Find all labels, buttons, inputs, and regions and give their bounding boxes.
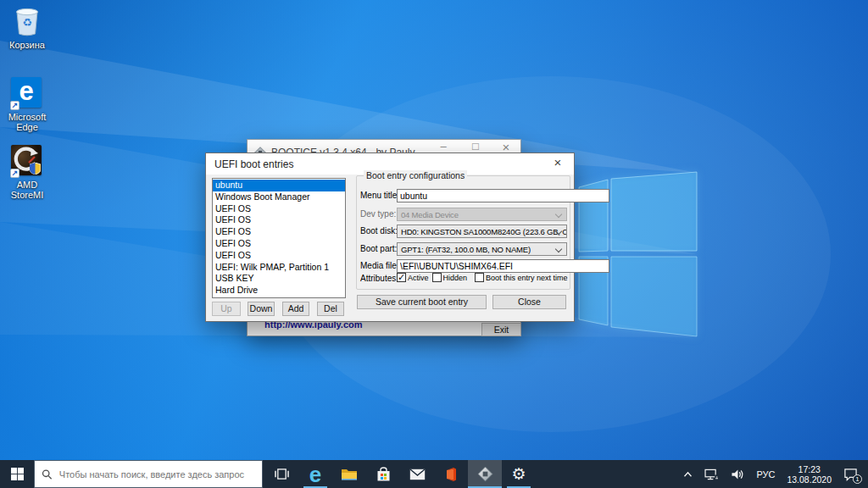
search-input[interactable] [59,469,255,480]
boot-entry[interactable]: UEFI OS [213,238,345,250]
edge-icon: e [309,463,321,485]
windows-start-icon [11,468,24,480]
search-icon [42,469,53,480]
svg-text:♻: ♻ [22,16,32,29]
office-icon [443,467,459,482]
hidden-checkbox[interactable] [432,273,442,282]
taskbar-mail[interactable] [400,460,434,488]
dev-type-dropdown: 04 Media Device [397,208,567,221]
boot-disk-dropdown[interactable]: HD0: KINGSTON SA1000M8240G (223.6 GB, C: [397,225,567,238]
boot-entry-configurations-group: Boot entry configurations Menu title: De… [356,175,570,290]
task-view-button[interactable] [264,460,298,488]
language-indicator[interactable]: РУС [756,469,775,480]
shortcut-arrow-icon: ↗ [10,101,19,110]
down-button[interactable]: Down [248,302,275,316]
add-button[interactable]: Add [282,302,309,316]
mail-icon [409,469,426,480]
menu-title-label: Menu title: [360,191,399,200]
amd-storemi-icon: ↗ [11,145,43,177]
boot-entry[interactable]: Hard Drive [213,285,345,297]
close-dialog-button[interactable]: Close [492,295,566,309]
desktop-icon-amd-storemi[interactable]: ↗ AMD StoreMI [1,145,53,200]
chevron-down-icon [555,211,562,218]
shortcut-arrow-icon: ↗ [10,169,19,178]
maximize-button[interactable]: □ [463,140,488,152]
dialog-title: UEFI boot entries [214,158,293,170]
boot-next-checkbox[interactable] [475,273,484,282]
boot-entry[interactable]: UEFI OS [213,226,345,238]
gear-icon: ⚙ [511,466,526,482]
taskbar-store[interactable] [366,460,400,488]
desktop-icon-label: Microsoft Edge [1,112,53,132]
taskbar-clock[interactable]: 17:23 13.08.2020 [787,464,832,485]
boot-part-label: Boot part: [360,244,397,253]
chevron-down-icon [555,246,562,252]
boot-part-dropdown[interactable]: GPT1: (FAT32, 100.0 MB, NO NAME) [397,242,567,256]
close-icon[interactable]: × [547,155,569,169]
boot-entry[interactable]: UEFI OS [213,203,345,215]
attributes-label: Attributes: [360,274,398,283]
boot-entry[interactable]: UEFI OS [213,250,345,262]
boot-entry[interactable]: ubuntu [213,180,345,191]
boot-entry[interactable]: USB KEY [213,273,345,285]
active-checkbox[interactable] [397,273,406,282]
dev-type-label: Dev type: [360,209,396,219]
taskbar: e [0,460,868,488]
up-button[interactable]: Up [212,302,241,316]
network-tray-button[interactable] [704,469,719,480]
minimize-button[interactable]: – [431,140,456,152]
taskbar-file-explorer[interactable] [332,460,366,488]
action-center-button[interactable]: 1 [843,468,858,481]
media-file-label: Media file: [360,261,399,270]
save-current-boot-entry-button[interactable]: Save current boot entry [357,295,487,309]
uac-shield-icon [30,163,41,175]
desktop-icon-edge[interactable]: e ↗ Microsoft Edge [1,77,53,132]
taskbar-search[interactable] [34,460,263,488]
network-icon [704,469,719,480]
active-checkbox-label: Active [408,274,429,282]
volume-tray-button[interactable] [731,469,744,480]
taskbar-bootice[interactable] [468,460,502,488]
taskbar-office[interactable] [434,460,468,488]
boot-next-checkbox-label: Boot this entry next time [486,274,568,282]
bootice-icon [477,466,493,482]
boot-entry[interactable]: UEFI: Wilk PMAP, Partition 1 [213,262,345,274]
hidden-checkbox-label: Hidden [443,274,468,282]
boot-entry[interactable]: Windows Boot Manager [213,191,345,203]
boot-entry[interactable]: UEFI OS [213,214,345,226]
desktop-icon-label: AMD StoreMI [1,180,53,200]
menu-title-input[interactable] [397,189,609,202]
media-file-input[interactable] [397,259,609,273]
uefi-boot-entries-dialog: UEFI boot entries × ubuntuWindows Boot M… [205,152,575,322]
file-explorer-icon [341,468,358,481]
boot-disk-label: Boot disk: [360,226,398,236]
desktop-icon-recycle-bin[interactable]: ♻ Корзина [1,5,53,50]
notification-badge: 1 [853,474,862,484]
taskbar-settings[interactable]: ⚙ [502,460,536,488]
recycle-bin-icon: ♻ [11,5,43,37]
exit-button[interactable]: Exit [481,323,521,336]
desktop-icon-label: Корзина [1,40,53,50]
boot-entries-list[interactable]: ubuntuWindows Boot ManagerUEFI OSUEFI OS… [212,178,346,298]
store-icon [376,467,391,482]
start-button[interactable] [0,460,34,488]
edge-icon: e ↗ [11,77,43,109]
chevron-up-icon [683,471,693,478]
speaker-icon [731,469,744,480]
del-button[interactable]: Del [317,302,344,316]
clock-date: 13.08.2020 [787,474,832,485]
system-tray: РУС 17:23 13.08.2020 1 [677,460,868,488]
group-title: Boot entry configurations [364,170,467,180]
task-view-icon [275,468,289,480]
clock-time: 17:23 [787,464,832,474]
taskbar-edge[interactable]: e [298,460,332,488]
tray-expand-button[interactable] [683,471,693,478]
